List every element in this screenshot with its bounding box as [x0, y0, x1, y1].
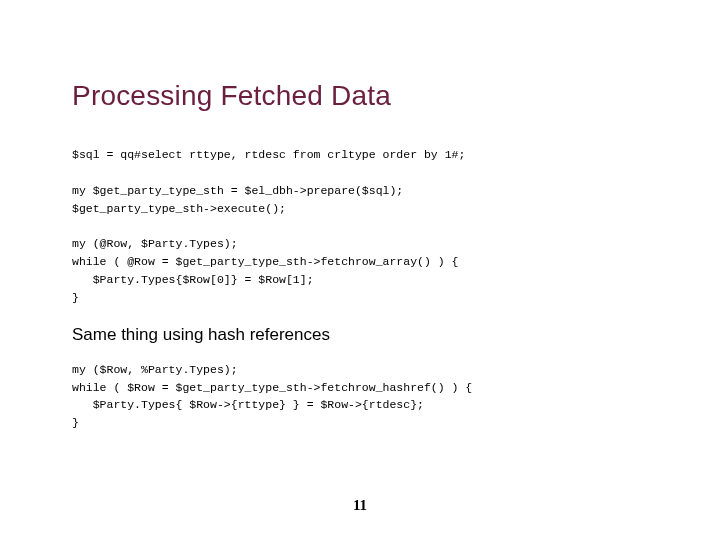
slide-page: Processing Fetched Data $sql = qq#select…: [0, 0, 720, 540]
code-sql: $sql = qq#select rttype, rtdesc from crl…: [72, 146, 648, 164]
subheading: Same thing using hash references: [72, 325, 648, 345]
page-number: 11: [0, 497, 720, 514]
code-prepare-execute: my $get_party_type_sth = $el_dbh->prepar…: [72, 182, 648, 218]
code-fetchrow-hashref: my ($Row, %Party.Types); while ( $Row = …: [72, 361, 648, 432]
slide-title: Processing Fetched Data: [72, 80, 648, 112]
code-fetchrow-array: my (@Row, $Party.Types); while ( @Row = …: [72, 235, 648, 306]
